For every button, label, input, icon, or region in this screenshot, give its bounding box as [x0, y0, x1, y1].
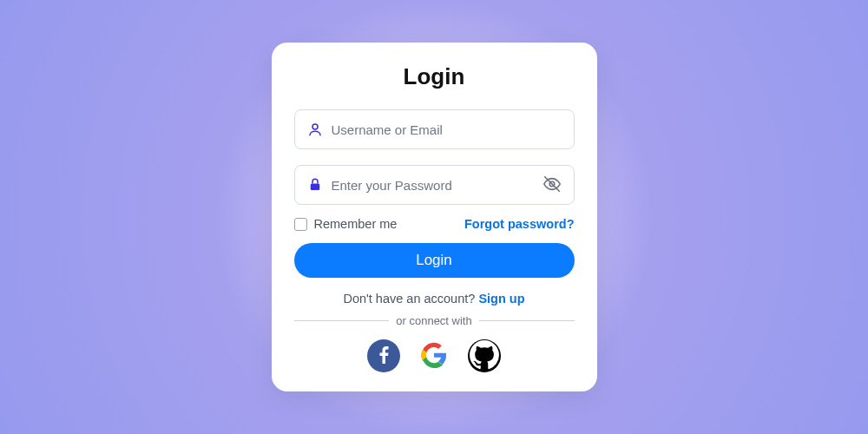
lock-icon [307, 177, 323, 193]
forgot-password-link[interactable]: Forgot password? [464, 217, 574, 231]
github-login-button[interactable] [468, 339, 501, 372]
google-login-button[interactable] [418, 339, 450, 372]
options-row: Remember me Forgot password? [294, 217, 575, 231]
login-card: Login [272, 43, 597, 391]
remember-me-checkbox[interactable] [294, 218, 307, 231]
social-divider: or connect with [294, 314, 575, 327]
svg-rect-1 [310, 184, 319, 191]
github-icon [470, 340, 499, 372]
user-icon [307, 122, 323, 137]
signup-prompt-text: Don't have an account? [343, 292, 478, 306]
username-field-wrapper [294, 109, 575, 149]
password-field-wrapper [294, 165, 575, 205]
page-title: Login [294, 63, 575, 90]
signup-prompt: Don't have an account? Sign up [294, 292, 575, 306]
password-input[interactable] [332, 178, 534, 193]
facebook-icon [379, 346, 389, 366]
divider-line-left [294, 320, 390, 321]
username-input[interactable] [332, 122, 562, 137]
eye-off-icon [542, 174, 562, 196]
login-button[interactable]: Login [294, 243, 575, 278]
remember-me-label[interactable]: Remember me [294, 217, 398, 231]
divider-text: or connect with [396, 314, 471, 327]
google-icon [421, 342, 447, 371]
social-login-row [294, 339, 575, 372]
facebook-login-button[interactable] [367, 339, 400, 372]
remember-me-text: Remember me [314, 217, 398, 231]
svg-point-0 [312, 124, 318, 129]
signup-link[interactable]: Sign up [478, 292, 524, 306]
divider-line-right [479, 320, 575, 321]
toggle-password-visibility-button[interactable] [542, 175, 562, 194]
